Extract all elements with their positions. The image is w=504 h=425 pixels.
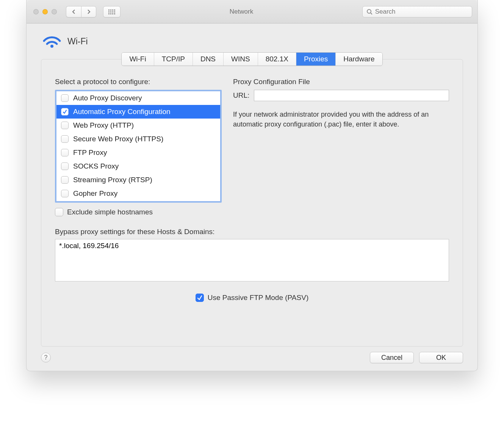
protocol-item[interactable]: SOCKS Proxy: [56, 159, 220, 173]
protocol-checkbox[interactable]: [61, 135, 69, 143]
ok-button[interactable]: OK: [419, 352, 463, 363]
tab-wi-fi[interactable]: Wi-Fi: [122, 53, 154, 66]
protocol-label: Automatic Proxy Configuration: [73, 108, 171, 116]
maximize-window-button[interactable]: [52, 9, 57, 14]
svg-rect-8: [108, 13, 110, 14]
close-window-button[interactable]: [33, 9, 39, 14]
window-title: Network: [124, 8, 358, 16]
protocol-label: Secure Web Proxy (HTTPS): [73, 135, 163, 143]
help-icon: ?: [44, 354, 48, 361]
tab-bar: Wi-FiTCP/IPDNSWINS802.1XProxiesHardware: [27, 52, 477, 66]
tab-wins[interactable]: WINS: [224, 53, 258, 66]
svg-rect-9: [110, 13, 111, 14]
protocol-label: Streaming Proxy (RTSP): [73, 176, 152, 184]
interface-name: Wi-Fi: [67, 36, 88, 47]
protocol-label: Web Proxy (HTTP): [73, 121, 134, 130]
tab-802-1x[interactable]: 802.1X: [258, 53, 296, 66]
chevron-right-icon: [86, 9, 91, 14]
protocol-item[interactable]: Auto Proxy Discovery: [56, 91, 220, 105]
network-preferences-window: Network Wi-Fi Wi-FiTCP/IPDNSWINS802.1XPr…: [26, 0, 478, 371]
svg-point-12: [367, 9, 371, 13]
search-field-wrap[interactable]: [362, 6, 472, 17]
exclude-simple-label: Exclude simple hostnames: [67, 208, 153, 216]
forward-button[interactable]: [81, 6, 96, 17]
search-input[interactable]: [375, 8, 468, 16]
proxies-panel: Select a protocol to configure: Auto Pro…: [41, 59, 463, 347]
proxy-help-text: If your network administrator provided y…: [233, 109, 430, 129]
protocol-checkbox[interactable]: [61, 162, 69, 170]
window-controls: [33, 9, 57, 14]
titlebar: Network: [27, 0, 477, 23]
bypass-label: Bypass proxy settings for these Hosts & …: [55, 228, 449, 236]
svg-rect-7: [114, 11, 115, 12]
protocol-item[interactable]: Secure Web Proxy (HTTPS): [56, 132, 220, 146]
protocol-item[interactable]: Streaming Proxy (RTSP): [56, 173, 220, 187]
passive-ftp-label: Use Passive FTP Mode (PASV): [208, 294, 308, 302]
protocol-item[interactable]: Gopher Proxy: [56, 187, 220, 200]
exclude-simple-checkbox[interactable]: [55, 208, 63, 216]
protocol-checkbox[interactable]: [61, 176, 69, 184]
svg-rect-5: [110, 11, 111, 12]
svg-rect-3: [114, 9, 115, 11]
nav-buttons: [66, 6, 96, 17]
protocol-checkbox[interactable]: [61, 190, 69, 197]
url-label: URL:: [233, 91, 249, 100]
protocol-checkbox[interactable]: [61, 94, 69, 102]
protocol-checkbox[interactable]: [61, 108, 69, 116]
minimize-window-button[interactable]: [42, 9, 48, 14]
protocol-label: FTP Proxy: [73, 148, 107, 157]
svg-rect-2: [112, 9, 113, 11]
svg-rect-11: [114, 13, 115, 14]
protocol-item[interactable]: Web Proxy (HTTP): [56, 119, 220, 132]
tab-dns[interactable]: DNS: [193, 53, 224, 66]
search-icon: [366, 9, 372, 15]
passive-ftp-checkbox[interactable]: [196, 294, 204, 302]
svg-rect-1: [110, 9, 111, 11]
protocol-heading: Select a protocol to configure:: [55, 78, 222, 86]
proxy-file-heading: Proxy Configuration File: [233, 78, 449, 86]
protocol-checkbox[interactable]: [61, 149, 69, 156]
chevron-left-icon: [71, 9, 77, 14]
svg-point-14: [50, 45, 53, 48]
url-input[interactable]: [254, 90, 449, 101]
show-all-button[interactable]: [103, 6, 121, 17]
back-button[interactable]: [66, 6, 81, 17]
protocol-checkbox[interactable]: [61, 122, 69, 129]
protocol-item[interactable]: FTP Proxy: [56, 146, 220, 159]
wifi-icon: [42, 34, 61, 48]
svg-rect-4: [108, 11, 110, 12]
url-row: URL:: [233, 90, 449, 101]
cancel-button[interactable]: Cancel: [370, 352, 414, 363]
exclude-simple-row[interactable]: Exclude simple hostnames: [55, 208, 222, 216]
svg-line-13: [371, 13, 372, 14]
tab-tcp-ip[interactable]: TCP/IP: [154, 53, 193, 66]
protocol-item[interactable]: Automatic Proxy Configuration: [56, 105, 220, 119]
dialog-footer: ? Cancel OK: [27, 347, 477, 371]
bypass-textarea[interactable]: [55, 239, 449, 281]
tab-hardware[interactable]: Hardware: [336, 53, 382, 66]
passive-ftp-row[interactable]: Use Passive FTP Mode (PASV): [196, 294, 308, 302]
svg-rect-6: [112, 11, 113, 12]
protocol-label: Gopher Proxy: [73, 189, 117, 198]
svg-rect-0: [108, 9, 110, 11]
protocol-label: SOCKS Proxy: [73, 162, 119, 170]
protocol-list[interactable]: Auto Proxy DiscoveryAutomatic Proxy Conf…: [55, 90, 222, 203]
svg-rect-10: [112, 13, 113, 14]
help-button[interactable]: ?: [41, 353, 51, 362]
grid-icon: [108, 9, 116, 14]
interface-header: Wi-Fi: [27, 23, 477, 52]
tab-proxies[interactable]: Proxies: [296, 53, 336, 66]
protocol-label: Auto Proxy Discovery: [73, 94, 142, 102]
